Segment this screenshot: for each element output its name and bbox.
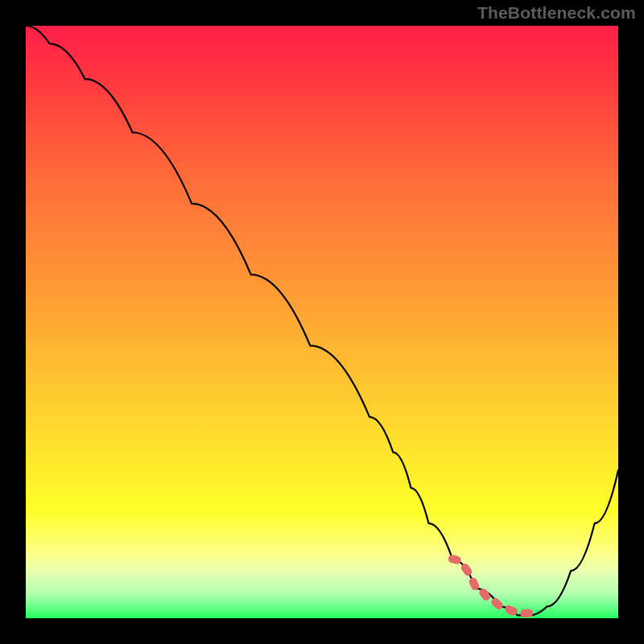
watermark-label: TheBottleneck.com (477, 3, 636, 23)
plot-area (26, 26, 618, 618)
chart-container: TheBottleneck.com (0, 0, 644, 644)
bottleneck-curve (26, 26, 618, 615)
curve-layer (26, 26, 618, 618)
optimal-zone-marker (452, 559, 535, 613)
